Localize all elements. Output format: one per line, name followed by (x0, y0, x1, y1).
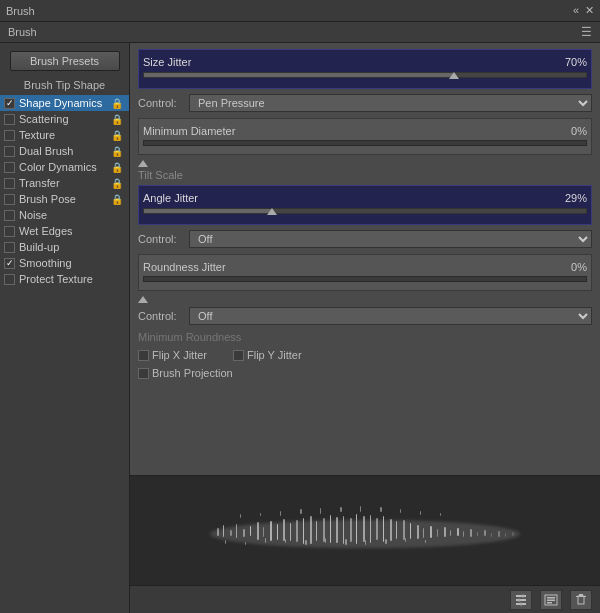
sidebar-item-transfer[interactable]: Transfer 🔒 (0, 175, 129, 191)
angle-jitter-label: Angle Jitter (143, 192, 198, 204)
svg-rect-14 (303, 518, 304, 544)
svg-rect-67 (440, 513, 441, 516)
top-bar-left: Brush (6, 5, 35, 17)
close-btn[interactable]: ✕ (585, 4, 594, 17)
flip-y-checkbox[interactable] (233, 350, 244, 361)
svg-rect-50 (305, 540, 307, 545)
svg-rect-15 (310, 516, 312, 544)
top-bar: Brush « ✕ (0, 0, 600, 22)
svg-rect-21 (350, 518, 352, 542)
control3-label: Control: (138, 310, 183, 322)
roundness-jitter-track[interactable] (143, 276, 587, 288)
brush-presets-button[interactable]: Brush Presets (10, 51, 120, 71)
checkbox-noise[interactable] (4, 210, 15, 221)
checkbox-smoothing[interactable]: ✓ (4, 258, 15, 269)
svg-point-73 (522, 594, 525, 597)
min-diameter-track[interactable] (143, 140, 587, 152)
checkbox-brush-pose[interactable] (4, 194, 15, 205)
control1-select[interactable]: Pen Pressure Off Fade Pen Tilt (189, 94, 592, 112)
tilt-scale-label: Tilt Scale (138, 169, 592, 181)
sidebar-item-brush-pose[interactable]: Brush Pose 🔒 (0, 191, 129, 207)
sidebar-label-noise: Noise (19, 209, 47, 221)
right-content: Size Jitter 70% Control: (130, 43, 600, 613)
delete-btn[interactable] (570, 590, 592, 610)
sidebar-item-dual-brush[interactable]: Dual Brush 🔒 (0, 143, 129, 159)
sidebar-label-protect-texture: Protect Texture (19, 273, 93, 285)
svg-rect-23 (363, 516, 365, 542)
min-diameter-section: Minimum Diameter 0% (138, 118, 592, 155)
settings-btn[interactable] (510, 590, 532, 610)
sidebar-item-wet-edges[interactable]: Wet Edges (0, 223, 129, 239)
sidebar-item-scattering[interactable]: Scattering 🔒 (0, 111, 129, 127)
svg-rect-32 (423, 528, 424, 538)
svg-rect-12 (290, 523, 291, 541)
control3-select[interactable]: Off Fade Pen Pressure Pen Tilt (189, 307, 592, 325)
angle-jitter-thumb[interactable] (267, 208, 277, 215)
sidebar-label-dual-brush: Dual Brush (19, 145, 73, 157)
sidebar-item-build-up[interactable]: Build-up (0, 239, 129, 255)
svg-rect-43 (498, 531, 500, 537)
collapse-btn[interactable]: « (573, 4, 579, 17)
panel-menu-icon[interactable]: ☰ (581, 25, 592, 39)
checkbox-transfer[interactable] (4, 178, 15, 189)
sidebar-item-noise[interactable]: Noise (0, 207, 129, 223)
sidebar-item-texture[interactable]: Texture 🔒 (0, 127, 129, 143)
svg-rect-54 (385, 539, 387, 544)
svg-rect-25 (376, 518, 378, 540)
brush-proj-check-item[interactable]: Brush Projection (138, 367, 592, 379)
svg-rect-76 (547, 597, 555, 599)
list-btn[interactable] (540, 590, 562, 610)
control-row-3: Control: Off Fade Pen Pressure Pen Tilt (138, 307, 592, 325)
angle-jitter-track[interactable] (143, 208, 587, 222)
sidebar-label-build-up: Build-up (19, 241, 59, 253)
angle-jitter-fill (144, 209, 272, 213)
angle-jitter-track-bg (143, 208, 587, 214)
roundness-thumb[interactable] (138, 296, 148, 303)
flip-y-check-item[interactable]: Flip Y Jitter (233, 349, 302, 361)
sidebar-item-protect-texture[interactable]: Protect Texture (0, 271, 129, 287)
content-area: Brush Presets Brush Tip Shape ✓ Shape Dy… (0, 43, 600, 613)
svg-rect-6 (250, 526, 251, 536)
checkbox-scattering[interactable] (4, 114, 15, 125)
svg-rect-24 (370, 515, 371, 543)
top-bar-controls[interactable]: « ✕ (573, 4, 594, 17)
svg-rect-40 (477, 532, 478, 536)
tilt-section: Tilt Scale (138, 160, 592, 181)
sidebar-item-shape-dynamics[interactable]: ✓ Shape Dynamics 🔒 (0, 95, 129, 111)
sidebar-item-smoothing[interactable]: ✓ Smoothing (0, 255, 129, 271)
control-row-1: Control: Pen Pressure Off Fade Pen Tilt (138, 94, 592, 112)
size-jitter-track-bg (143, 72, 587, 78)
svg-rect-4 (236, 524, 237, 538)
flip-x-check-item[interactable]: Flip X Jitter (138, 349, 207, 361)
sidebar-label-smoothing: Smoothing (19, 257, 72, 269)
svg-rect-27 (390, 519, 392, 541)
panel-header: Brush ☰ (0, 22, 600, 43)
checkbox-color-dynamics[interactable] (4, 162, 15, 173)
size-jitter-track[interactable] (143, 72, 587, 86)
size-jitter-section: Size Jitter 70% (138, 49, 592, 89)
svg-rect-51 (325, 538, 326, 543)
size-jitter-thumb[interactable] (449, 72, 459, 79)
svg-rect-8 (263, 527, 264, 537)
svg-rect-45 (512, 532, 514, 536)
roundness-jitter-value: 0% (571, 261, 587, 273)
svg-rect-58 (260, 513, 261, 516)
control2-select[interactable]: Off Fade Pen Pressure Pen Tilt (189, 230, 592, 248)
svg-rect-1 (217, 528, 219, 536)
checkbox-protect-texture[interactable] (4, 274, 15, 285)
checkbox-wet-edges[interactable] (4, 226, 15, 237)
size-jitter-header: Size Jitter 70% (143, 56, 587, 68)
flip-x-checkbox[interactable] (138, 350, 149, 361)
sidebar: Brush Presets Brush Tip Shape ✓ Shape Dy… (0, 43, 130, 613)
checkbox-texture[interactable] (4, 130, 15, 141)
brush-proj-checkbox[interactable] (138, 368, 149, 379)
checkbox-build-up[interactable] (4, 242, 15, 253)
checkbox-shape-dynamics[interactable]: ✓ (4, 98, 15, 109)
tilt-thumb[interactable] (138, 160, 148, 167)
checkbox-dual-brush[interactable] (4, 146, 15, 157)
svg-rect-59 (280, 511, 281, 516)
sidebar-item-color-dynamics[interactable]: Color Dynamics 🔒 (0, 159, 129, 175)
lock-icon-scattering: 🔒 (111, 114, 123, 125)
sidebar-label-shape-dynamics: Shape Dynamics (19, 97, 102, 109)
svg-rect-17 (323, 518, 325, 542)
